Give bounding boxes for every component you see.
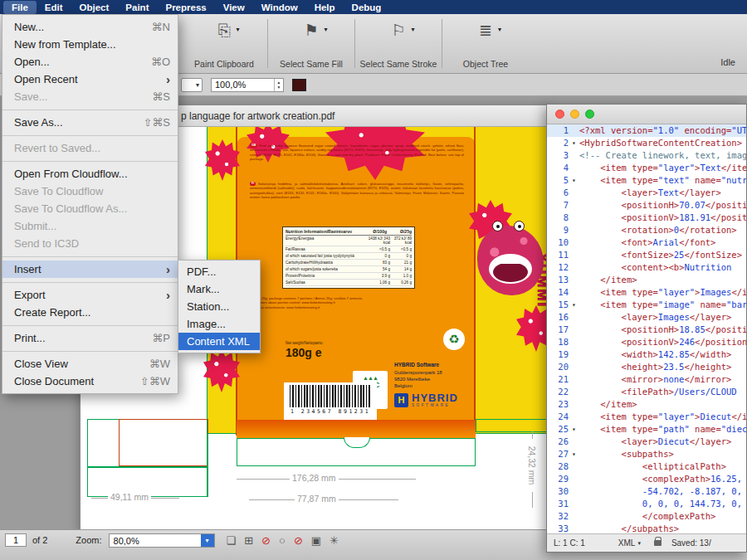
code-line[interactable]: 25▾ <item type="path" name="diecut">	[547, 423, 746, 436]
code-line[interactable]: 4 <item type="layer">Text</item>	[547, 162, 746, 174]
stepper-icon[interactable]: ▴ ▾	[274, 79, 283, 91]
code-line[interactable]: 20 <height>23.5</height>	[547, 361, 746, 373]
code-line[interactable]: 13 </item>	[547, 274, 746, 286]
file-menu-item-revert-to-saved[interactable]: Revert to Saved...	[2, 139, 178, 157]
stepper-down-icon[interactable]: ▾	[278, 85, 281, 90]
file-menu-item-insert[interactable]: Insert›	[2, 261, 178, 278]
file-menu-item-save[interactable]: Save...⌘S	[2, 88, 178, 105]
line-number: 14	[547, 286, 569, 299]
fold-arrow-icon: ▾	[569, 448, 579, 460]
code-line[interactable]: 3<!-- Create linework, text, images -->	[547, 149, 746, 162]
code-line[interactable]: 31 0, 0, 0, 144.73, 0,	[547, 498, 746, 510]
menu-edit[interactable]: Edit	[37, 1, 71, 14]
menu-help[interactable]: Help	[306, 1, 344, 14]
menu-window[interactable]: Window	[253, 1, 306, 14]
pages-icon[interactable]: ❏	[227, 533, 237, 548]
menu-paint[interactable]: Paint	[117, 1, 157, 14]
code-line[interactable]: 14 <item type="layer">Images</item>	[547, 286, 746, 299]
code-line[interactable]: 23 </item>	[547, 398, 746, 411]
diecut-vertical-line	[207, 434, 208, 497]
file-menu-item-send-to-ic3d[interactable]: Send to IC3D	[2, 235, 178, 252]
file-menu-item-new[interactable]: New...⌘N	[2, 18, 178, 36]
code-line[interactable]: 1<?xml version="1.0" encoding="UTF-8"?>	[547, 124, 746, 137]
code-line[interactable]: 7 <positionH>70.07</positionH>	[547, 199, 746, 212]
menu-separator	[2, 325, 178, 326]
file-menu-item-export[interactable]: Export›	[2, 286, 178, 304]
language-mode-select[interactable]: XML ▾	[618, 538, 641, 548]
file-menu-item-save-to-cloudflow[interactable]: Save To Cloudflow	[2, 183, 178, 200]
file-menu-item-new-from-template[interactable]: New from Template...	[2, 36, 178, 53]
overprint-off-icon[interactable]: ⊘	[261, 533, 271, 548]
code-line[interactable]: 8 <positionV>181.91</positionV>	[547, 212, 746, 224]
toolbar-group-paint-clipboard[interactable]: ⎘▾Paint Clipboard	[184, 14, 264, 73]
insert-submenu-item-content-xml[interactable]: Content XML	[178, 333, 260, 350]
xml-titlebar[interactable]	[547, 105, 746, 124]
insert-submenu-item-station[interactable]: Station...	[178, 298, 260, 315]
code-line[interactable]: 19 <width>142.85</width>	[547, 348, 746, 361]
ingredients-text-en: GB Fruit and salty liquorice flavoured s…	[250, 144, 464, 162]
unit-select[interactable]: ▾	[181, 78, 203, 92]
file-menu-item-close-document[interactable]: Close Document⇧⌘W	[2, 373, 178, 390]
menu-view[interactable]: View	[215, 1, 253, 14]
maximize-button[interactable]	[585, 110, 594, 119]
color-swatch[interactable]	[292, 79, 306, 91]
file-menu-item-save-to-cloudflow-as[interactable]: Save To Cloudflow As...	[2, 200, 178, 217]
insert-submenu-item-mark[interactable]: Mark...	[178, 280, 260, 298]
code-line[interactable]: 15▾ <item type="image" name="barcode">	[547, 299, 746, 311]
menu-prepress[interactable]: Prepress	[157, 1, 214, 14]
code-line[interactable]: 11 <fontSize>25</fontSize>	[547, 249, 746, 261]
file-menu-item-open[interactable]: Open...⌘O	[2, 53, 178, 71]
code-line[interactable]: 21 <mirror>none</mirror>	[547, 373, 746, 386]
minimize-button[interactable]	[570, 110, 579, 119]
selection-frame-icon[interactable]: ▣	[311, 533, 321, 548]
grid-icon[interactable]: ⊞	[244, 533, 253, 548]
file-menu-item-open-recent[interactable]: Open Recent›	[2, 71, 178, 88]
insert-submenu-item-image[interactable]: Image...	[178, 315, 260, 333]
code-line[interactable]: 30 -54.702, -8.187, 0,	[547, 485, 746, 498]
scale-input[interactable]: 100,0% ▴ ▾	[211, 78, 284, 92]
code-line[interactable]: 24 <item type="layer">Diecut</item>	[547, 411, 746, 423]
code-text: <?xml version="1.0" encoding="UTF-8"?>	[579, 124, 746, 137]
file-menu-item-save-as[interactable]: Save As...⇧⌘S	[2, 114, 178, 131]
code-line[interactable]: 27▾ <subpaths>	[547, 448, 746, 460]
insert-submenu-item-pdf[interactable]: PDF...	[178, 263, 260, 280]
file-menu-item-submit[interactable]: Submit...	[2, 217, 178, 235]
file-menu-item-close-view[interactable]: Close View⌘W	[2, 355, 178, 373]
code-line[interactable]: 12 <content><b>Nutrition	[547, 261, 746, 274]
code-line[interactable]: 18 <positionV>246</positionV>	[547, 336, 746, 348]
code-line[interactable]: 33 </subpaths>	[547, 523, 746, 533]
file-menu-item-create-report[interactable]: Create Report...	[2, 304, 178, 321]
saved-status: Saved: 13/	[671, 538, 711, 548]
preview-circle-icon[interactable]: ○	[279, 533, 286, 548]
traps-off-icon[interactable]: ⊘	[294, 533, 303, 548]
code-line[interactable]: 9 <rotation>0</rotation>	[547, 224, 746, 236]
code-line[interactable]: 6 <layer>Text</layer>	[547, 187, 746, 199]
xml-code-lines[interactable]: 1<?xml version="1.0" encoding="UTF-8"?>2…	[547, 124, 746, 533]
code-line[interactable]: 17 <positionH>18.85</positionH>	[547, 324, 746, 336]
code-line[interactable]: 29 <complexPath>16.25,	[547, 473, 746, 485]
star-icon[interactable]: ✳	[330, 533, 339, 548]
menu-object[interactable]: Object	[71, 1, 118, 14]
menu-debug[interactable]: Debug	[344, 1, 390, 14]
code-line[interactable]: 10 <font>Arial</font>	[547, 236, 746, 249]
code-line[interactable]: 26 <layer>Diecut</layer>	[547, 436, 746, 448]
code-line[interactable]: 5▾ <item type="text" name="nutrition">	[547, 174, 746, 187]
zoom-dropdown-button[interactable]: ▾	[201, 534, 214, 547]
close-button[interactable]	[555, 110, 564, 119]
toolbar-group-object-tree[interactable]: ≣▾Object Tree	[446, 14, 525, 73]
code-line[interactable]: 16 <layer>Images</layer>	[547, 311, 746, 324]
code-line[interactable]: 22 <filePath>/Users/CLOUD	[547, 386, 746, 398]
page-number-input[interactable]: 1	[5, 533, 27, 547]
toolbar-group-select-same-stroke[interactable]: ⚐▾Select Same Stroke	[359, 14, 438, 73]
toolbar-group-select-same-fill[interactable]: ⚑▾Select Same Fill	[271, 14, 351, 73]
code-line[interactable]: 2▾<HybridSoftwareContentCreation>	[547, 137, 746, 149]
code-line[interactable]: 28 <ellipticalPath>	[547, 460, 746, 473]
object-tree-icon: ≣▾	[479, 20, 492, 41]
menu-file[interactable]: File	[3, 1, 37, 14]
zoom-combobox[interactable]: 80,0% ▾	[109, 533, 215, 548]
code-line[interactable]: 32 </complexPath>	[547, 510, 746, 523]
file-menu-item-print[interactable]: Print...⌘P	[2, 329, 178, 347]
code-text: </subpaths>	[579, 523, 746, 533]
code-text: <positionV>246</positionV>	[579, 336, 746, 348]
file-menu-item-open-from-cloudflow[interactable]: Open From Cloudflow...	[2, 165, 178, 183]
